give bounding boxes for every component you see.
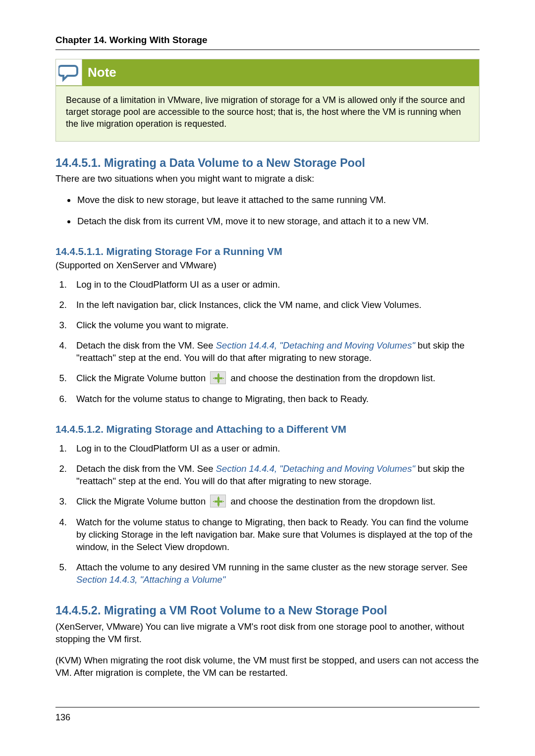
step: Detach the disk from the VM. See Section…	[69, 463, 480, 488]
page-number: 136	[55, 711, 480, 723]
header-rule	[55, 50, 480, 50]
step-text: Click the Migrate Volume button	[76, 373, 208, 383]
procedure-different-vm: Log in to the CloudPlatform UI as a user…	[55, 443, 480, 586]
xref-link[interactable]: Section 14.4.3, "Attaching a Volume"	[76, 574, 225, 585]
note-header: Note	[56, 59, 479, 86]
step: Watch for the volume status to change to…	[69, 393, 480, 405]
note-label: Note	[88, 64, 116, 81]
step-text: Detach the disk from the VM. See	[76, 463, 216, 474]
speech-bubble-icon	[55, 59, 82, 86]
list-item: Detach the disk from its current VM, mov…	[76, 215, 480, 228]
section-14-4-5-1-1-heading: 14.4.5.1.1. Migrating Storage For a Runn…	[55, 245, 480, 258]
step: In the left navigation bar, click Instan…	[69, 299, 480, 311]
body-paragraph: (KVM) When migrating the root disk volum…	[55, 655, 480, 679]
note-body: Because of a limitation in VMware, live …	[56, 86, 479, 130]
migrate-volume-icon	[210, 371, 226, 384]
chapter-title: Chapter 14. Working With Storage	[55, 34, 480, 47]
step-text: Attach the volume to any desired VM runn…	[76, 562, 468, 572]
step: Click the Migrate Volume button and choo…	[69, 496, 480, 508]
situations-list: Move the disk to new storage, but leave …	[55, 194, 480, 228]
support-note: (Supported on XenServer and VMware)	[55, 259, 480, 272]
section-14-4-5-1-2-heading: 14.4.5.1.2. Migrating Storage and Attach…	[55, 422, 480, 436]
step-text: and choose the destination from the drop…	[228, 373, 435, 383]
step: Attach the volume to any desired VM runn…	[69, 561, 480, 586]
step: Watch for the volume status to change to…	[69, 516, 480, 554]
section-14-4-5-2-heading: 14.4.5.2. Migrating a VM Root Volume to …	[55, 603, 480, 619]
section-intro: There are two situations when you might …	[55, 173, 480, 185]
section-14-4-5-1-heading: 14.4.5.1. Migrating a Data Volume to a N…	[55, 155, 480, 171]
migrate-volume-icon	[210, 495, 226, 507]
body-paragraph: (XenServer, VMware) You can live migrate…	[55, 621, 480, 646]
step-text: Click the Migrate Volume button	[76, 496, 208, 506]
step: Click the volume you want to migrate.	[69, 319, 480, 332]
xref-link[interactable]: Section 14.4.4, "Detaching and Moving Vo…	[216, 340, 415, 351]
footer-rule	[55, 707, 480, 707]
step: Click the Migrate Volume button and choo…	[69, 372, 480, 385]
procedure-running-vm: Log in to the CloudPlatform UI as a user…	[55, 279, 480, 405]
note-admonition: Note Because of a limitation in VMware, …	[55, 59, 480, 142]
step: Detach the disk from the VM. See Section…	[69, 340, 480, 364]
step-text: and choose the destination from the drop…	[228, 496, 435, 506]
step: Log in to the CloudPlatform UI as a user…	[69, 279, 480, 291]
xref-link[interactable]: Section 14.4.4, "Detaching and Moving Vo…	[216, 463, 415, 474]
step-text: Detach the disk from the VM. See	[76, 340, 216, 351]
step: Log in to the CloudPlatform UI as a user…	[69, 443, 480, 455]
list-item: Move the disk to new storage, but leave …	[76, 194, 480, 206]
